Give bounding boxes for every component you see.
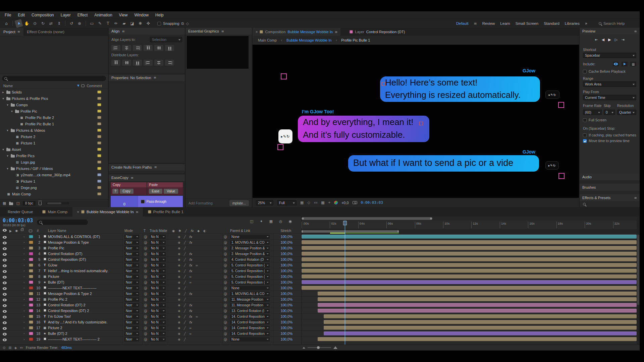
workspace-default[interactable]: Default [456, 21, 468, 25]
track-matte-dropdown[interactable]: No N [150, 292, 166, 296]
project-bit-depth[interactable]: 8 bpc [23, 201, 36, 205]
audio-column-icon[interactable] [9, 230, 12, 233]
timeline-tab-render-queue[interactable]: Render Queue [3, 207, 37, 217]
layer-duration-bar[interactable] [324, 320, 637, 324]
project-search-input[interactable] [9, 76, 104, 80]
link-icon[interactable]: ∞ [189, 274, 192, 280]
distribute-left-icon[interactable] [144, 60, 153, 66]
horizontal-scrollbar[interactable] [46, 202, 69, 204]
label-chip[interactable] [97, 186, 101, 189]
twirl-icon[interactable]: ▾ [6, 167, 9, 170]
quality-switch-icon[interactable]: ╱ [184, 234, 186, 240]
layer-duration-bar[interactable] [318, 303, 637, 307]
align-left-icon[interactable] [111, 45, 120, 51]
expand-icon[interactable]: › [23, 251, 25, 257]
passthrough-checkbox[interactable] [141, 200, 145, 203]
eye-icon[interactable] [3, 298, 7, 302]
expand-icon[interactable]: › [23, 314, 25, 319]
pickwhip-icon[interactable]: @ [224, 297, 227, 302]
fx-icon[interactable]: fx [189, 314, 192, 319]
layer-row-7[interactable]: ›7THello! ...thing is resized automatica… [0, 268, 301, 274]
twirl-icon[interactable]: ▾ [1, 97, 5, 100]
layer-duration-bar[interactable] [318, 337, 637, 341]
pickwhip-icon[interactable]: @ [224, 234, 227, 240]
label-chip[interactable] [29, 269, 33, 273]
parent-dropdown[interactable]: 14. Control Reposition [230, 314, 270, 319]
layer-switches[interactable]: ⊕╱ [178, 245, 186, 251]
collapse-icon[interactable]: ✱ [178, 229, 181, 233]
pickwhip-icon[interactable]: @ [224, 314, 227, 319]
layer-name-column-header[interactable]: Layer Name [48, 229, 66, 233]
layer-row-2[interactable]: ›2Message Position & TypeNorr@No N⊕╱fx@1… [0, 240, 301, 245]
label-chip[interactable] [97, 135, 101, 138]
preserve-transparency-icon[interactable]: @ [144, 240, 147, 245]
avatar-1[interactable]: ▸✎↻ [545, 90, 559, 99]
track-matte-dropdown[interactable]: No N [150, 337, 166, 342]
layer-duration-bar[interactable] [324, 314, 637, 318]
quality-switch-icon[interactable]: ╱ [184, 319, 186, 325]
selection-tool-icon[interactable]: ➤ [14, 19, 23, 28]
menu-edit[interactable]: Edit [14, 11, 28, 19]
fx-icon[interactable]: fx [189, 268, 192, 274]
track-matte-dropdown[interactable]: No N [150, 269, 166, 273]
panel-menu-icon[interactable]: ≡ [154, 76, 156, 79]
align-to-dropdown[interactable]: Selection [150, 37, 182, 42]
quality-switch-icon[interactable]: ╱ [184, 314, 186, 319]
mode-dropdown[interactable]: Norr [124, 269, 139, 273]
vertical-scrollbar[interactable] [637, 217, 640, 345]
frame-blend-icon[interactable]: ◆ [197, 229, 200, 233]
layer-switches[interactable]: ⊕╱∞ [178, 331, 192, 337]
anchor-handle-1[interactable] [382, 82, 385, 86]
label-chip[interactable] [29, 309, 33, 312]
fx-icon[interactable]: fx [189, 291, 192, 297]
parent-dropdown[interactable]: 2. Message Position & [230, 252, 270, 256]
quality-switch-icon[interactable]: ╱ [184, 285, 186, 291]
quality-switch-icon[interactable]: ╱ [184, 302, 186, 308]
quality-switch-icon[interactable]: ╱ [184, 245, 186, 251]
layer-duration-bar[interactable] [324, 331, 637, 336]
first-frame-button[interactable]: ⇤ [595, 38, 598, 42]
parent-dropdown[interactable]: 14. Control Reposition [230, 326, 270, 330]
eye-icon[interactable] [3, 309, 7, 313]
track-matte-dropdown[interactable]: No N [150, 309, 166, 313]
position-switch-icon[interactable]: ⊕ [178, 325, 180, 331]
eye-icon[interactable] [3, 275, 7, 279]
layer-row-18[interactable]: ›18★Bulle (DT) 2Norr@No N⊕╱∞@14. Control… [0, 331, 301, 337]
fx-icon[interactable]: fx [189, 319, 192, 325]
pen-tool-icon[interactable]: ✎ [96, 20, 104, 27]
project-item-comps[interactable]: ▾Comps [0, 102, 108, 108]
mask-toggle-icon[interactable]: ◇ [307, 200, 310, 205]
parent-dropdown[interactable]: None [230, 337, 270, 342]
menu-window[interactable]: Window [131, 11, 152, 19]
work-area-bar[interactable] [302, 230, 399, 233]
timeline-zoom-control[interactable] [303, 346, 337, 349]
track-matte-dropdown[interactable]: No N [150, 246, 166, 250]
position-switch-icon[interactable]: ⊕ [178, 291, 180, 297]
zoom-slider[interactable] [308, 347, 331, 348]
project-item-solids[interactable]: ▸Solids [0, 89, 108, 95]
audio-panel-title[interactable]: Audio [582, 175, 592, 179]
eye-icon[interactable] [3, 287, 7, 291]
eye-icon[interactable] [3, 315, 7, 319]
play-from-dropdown[interactable]: Current Time [583, 95, 636, 100]
mode-dropdown[interactable]: Norr [124, 275, 139, 279]
link-icon[interactable]: ∞ [189, 280, 192, 285]
label-chip[interactable] [97, 103, 101, 106]
quality-icon[interactable]: ╱ [185, 229, 187, 233]
label-chip[interactable] [97, 161, 101, 164]
distribute-top-icon[interactable] [111, 60, 120, 66]
position-switch-icon[interactable]: ⊕ [178, 297, 180, 302]
parent-dropdown[interactable]: None [230, 235, 270, 239]
region-of-interest-icon[interactable]: ▭ [314, 200, 317, 205]
puppet-pin-tool-icon[interactable]: ✜ [145, 20, 152, 27]
pickwhip-icon[interactable]: @ [224, 240, 227, 245]
pickwhip-icon[interactable]: @ [224, 325, 227, 331]
expand-icon[interactable]: › [23, 268, 25, 274]
mode-dropdown[interactable]: Norr [124, 286, 139, 290]
stretch-column-header[interactable]: Stretch [280, 229, 291, 233]
skip-dropdown[interactable]: 0 [604, 110, 615, 115]
zoom-dropdown[interactable]: 25% [256, 200, 273, 205]
tab-effect-controls[interactable]: Effect Controls (none) [23, 28, 68, 36]
project-item-picture-2[interactable]: ▦Picture 2 [0, 133, 108, 140]
current-time-indicator[interactable] [345, 221, 345, 345]
